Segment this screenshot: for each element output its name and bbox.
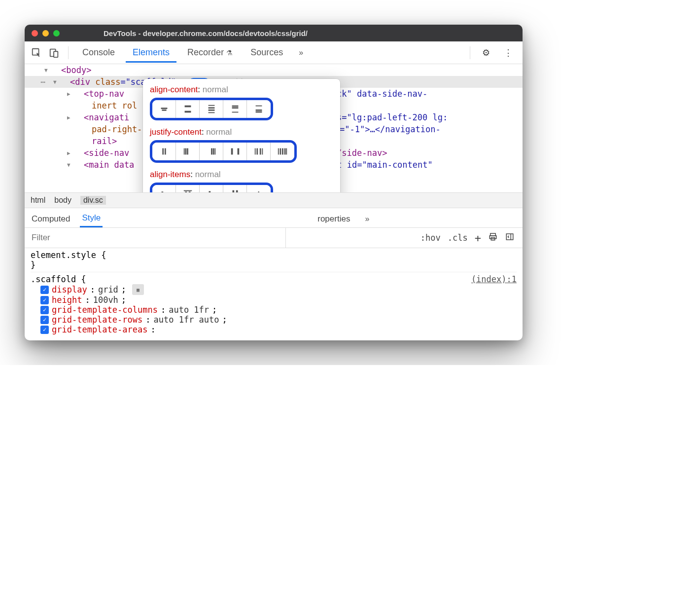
checkbox-icon[interactable]: ✓ [40, 326, 49, 334]
justify-content-end-icon[interactable] [200, 143, 223, 160]
css-property[interactable]: ✓ height: 100vh; [31, 295, 517, 305]
svg-rect-17 [162, 148, 164, 155]
svg-rect-39 [183, 190, 192, 191]
align-items-baseline-icon[interactable]: A [247, 185, 271, 192]
justify-content-center-icon[interactable] [152, 143, 176, 160]
justify-content-space-around-icon[interactable] [247, 143, 271, 160]
svg-rect-40 [185, 191, 187, 192]
svg-rect-41 [188, 191, 190, 192]
align-content-row: align-content: normal [150, 85, 333, 120]
rule-selector[interactable]: .scaffold { [31, 274, 86, 284]
device-toggle-icon[interactable] [47, 46, 61, 60]
devtools-window: DevTools - developer.chrome.com/docs/dev… [25, 25, 523, 340]
grid-editor-popover: align-content: normal justify-content: n… [143, 79, 340, 192]
toggle-sidebar-icon[interactable] [505, 232, 515, 243]
svg-rect-11 [232, 106, 238, 107]
tab-console[interactable]: Console [75, 42, 122, 63]
align-content-space-between-icon[interactable] [176, 100, 200, 118]
tab-elements[interactable]: Elements [126, 42, 176, 63]
minimize-icon[interactable] [42, 30, 49, 37]
dom-tree[interactable]: <body> ⋯ <div class="scaffold"> grid == … [25, 64, 523, 192]
svg-rect-3 [161, 108, 167, 109]
svg-rect-26 [237, 148, 239, 155]
divider [470, 46, 470, 59]
more-tabs-icon[interactable]: » [294, 48, 308, 57]
svg-rect-27 [254, 148, 255, 155]
css-property[interactable]: ✓ grid-template-rows: auto 1fr auto; [31, 315, 517, 325]
crumb-html[interactable]: html [31, 196, 45, 205]
hov-toggle[interactable]: :hov [420, 233, 441, 243]
settings-icon[interactable]: ⚙ [477, 47, 495, 58]
svg-rect-21 [187, 148, 188, 155]
svg-rect-29 [259, 148, 261, 155]
align-content-center-icon[interactable] [152, 100, 176, 118]
svg-rect-34 [284, 148, 286, 155]
css-property[interactable]: ✓ grid-template-columns: auto 1fr; [31, 305, 517, 315]
svg-rect-25 [231, 148, 233, 155]
tab-properties[interactable]: roperties [315, 211, 352, 227]
align-content-end-icon[interactable] [247, 100, 271, 118]
svg-rect-7 [208, 105, 214, 106]
svg-rect-43 [209, 191, 210, 193]
breadcrumbs: html body div.sc [25, 192, 523, 208]
styles-filter-input[interactable] [25, 228, 286, 248]
justify-content-space-evenly-icon[interactable] [271, 143, 294, 160]
rule-source-link[interactable]: (index):1 [471, 274, 517, 284]
justify-content-space-between-icon[interactable] [223, 143, 247, 160]
divider [68, 46, 69, 59]
align-content-space-around-icon[interactable] [200, 100, 223, 118]
svg-rect-22 [211, 148, 212, 155]
element-style-rule[interactable]: element.style { [31, 250, 517, 260]
css-property[interactable]: ✓ grid-template-areas: [31, 325, 517, 334]
svg-rect-18 [164, 148, 166, 155]
new-style-rule-icon[interactable]: + [475, 232, 481, 244]
svg-rect-8 [208, 107, 214, 109]
tab-styles[interactable]: Style [80, 210, 103, 227]
justify-content-start-icon[interactable] [176, 143, 200, 160]
align-items-stretch-icon[interactable] [223, 185, 247, 192]
align-items-start-icon[interactable] [176, 185, 200, 192]
kebab-menu-icon[interactable]: ⋮ [499, 47, 518, 58]
dom-body-tag[interactable]: <body> [61, 65, 91, 75]
styles-pane: element.style { } .scaffold { (index):1 … [25, 248, 523, 340]
window-title: DevTools - developer.chrome.com/docs/dev… [104, 29, 308, 37]
justify-content-row: justify-content: normal [150, 127, 333, 163]
tab-computed[interactable]: Computed [30, 211, 72, 227]
styles-filter-row: :hov .cls + [25, 228, 523, 248]
align-items-center-icon[interactable] [152, 185, 176, 192]
svg-rect-5 [184, 106, 191, 108]
tab-recorder[interactable]: Recorder ⚗ [180, 42, 240, 63]
svg-rect-31 [278, 148, 279, 155]
checkbox-icon[interactable]: ✓ [40, 306, 49, 314]
svg-rect-37 [161, 191, 163, 192]
main-toolbar: Console Elements Recorder ⚗ Sources » ⚙ … [25, 41, 523, 64]
svg-rect-20 [185, 148, 186, 155]
align-items-options: A [150, 183, 273, 192]
cls-toggle[interactable]: .cls [448, 233, 468, 243]
checkbox-icon[interactable]: ✓ [40, 296, 49, 304]
align-content-start-icon[interactable] [223, 100, 247, 118]
svg-rect-45 [232, 190, 234, 192]
checkbox-icon[interactable]: ✓ [40, 286, 49, 294]
svg-rect-12 [232, 107, 238, 109]
svg-rect-10 [208, 112, 214, 113]
svg-text:A: A [256, 190, 262, 192]
crumb-div-scaffold[interactable]: div.sc [80, 196, 106, 205]
print-icon[interactable] [488, 232, 498, 243]
svg-rect-30 [262, 148, 263, 155]
svg-rect-13 [232, 112, 238, 113]
more-subtabs-icon[interactable]: » [360, 215, 374, 223]
checkbox-icon[interactable]: ✓ [40, 316, 49, 324]
crumb-body[interactable]: body [54, 196, 71, 205]
css-property[interactable]: ✓ display: grid; ▦ [31, 284, 517, 295]
styles-subtabs: Computed Style roperties » [25, 208, 523, 228]
svg-rect-6 [184, 111, 191, 113]
svg-rect-9 [208, 110, 214, 111]
maximize-icon[interactable] [53, 30, 60, 37]
svg-rect-19 [183, 148, 184, 155]
grid-editor-icon[interactable]: ▦ [132, 284, 144, 295]
tab-sources[interactable]: Sources [244, 42, 290, 63]
inspect-icon[interactable] [30, 46, 43, 60]
close-icon[interactable] [32, 30, 38, 37]
align-items-end-icon[interactable] [200, 185, 223, 192]
